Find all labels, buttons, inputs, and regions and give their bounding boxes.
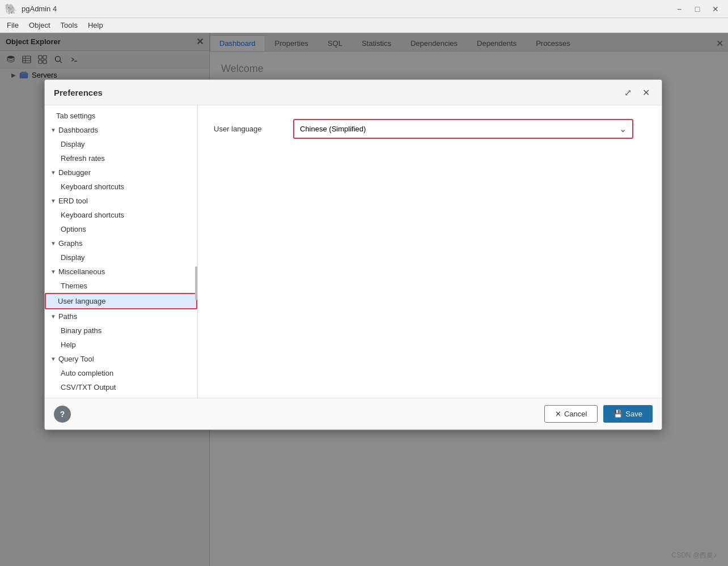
pref-item-options-erd[interactable]: Options <box>45 222 197 236</box>
save-label: Save <box>625 410 642 418</box>
pref-item-user-language[interactable]: User language <box>45 293 197 309</box>
app-icon: 🐘 <box>5 3 17 15</box>
tab-settings-label: Tab settings <box>56 112 95 120</box>
pref-item-display-graphs[interactable]: Display <box>45 250 197 265</box>
help-paths-label: Help <box>61 341 76 349</box>
maximize-button[interactable]: □ <box>689 3 705 15</box>
menu-file[interactable]: File <box>2 20 23 31</box>
save-button[interactable]: 💾 Save <box>603 405 653 423</box>
cancel-label: Cancel <box>564 410 587 418</box>
pref-item-refresh-rates[interactable]: Refresh rates <box>45 151 197 165</box>
dialog-title: Preferences <box>54 88 103 97</box>
binary-paths-label: Binary paths <box>61 326 101 335</box>
menu-bar: File Object Tools Help <box>0 18 728 33</box>
pref-group-debugger[interactable]: ▼ Debugger <box>45 165 197 180</box>
cancel-icon: ✕ <box>555 410 561 418</box>
pref-group-paths[interactable]: ▼ Paths <box>45 309 197 324</box>
user-language-select-wrapper[interactable]: English Chinese (Simplified) French Germ… <box>293 119 633 139</box>
paths-label: Paths <box>58 312 77 321</box>
pref-item-keyboard-erd[interactable]: Keyboard shortcuts <box>45 208 197 222</box>
dashboards-label: Dashboards <box>58 126 98 134</box>
themes-label: Themes <box>61 282 87 290</box>
erd-chevron: ▼ <box>50 198 56 204</box>
dialog-body: Tab settings ▼ Dashboards Display Refres… <box>45 105 662 398</box>
debugger-label: Debugger <box>58 168 91 177</box>
pref-item-help-paths[interactable]: Help <box>45 338 197 352</box>
dialog-footer: ? ✕ Cancel 💾 Save <box>45 398 662 429</box>
title-bar: 🐘 pgAdmin 4 − □ ✕ <box>0 0 728 18</box>
graphs-chevron: ▼ <box>50 240 56 246</box>
scroll-indicator <box>195 266 197 300</box>
minimize-button[interactable]: − <box>671 3 687 15</box>
app-title: pgAdmin 4 <box>22 5 667 13</box>
pref-group-dashboards[interactable]: ▼ Dashboards <box>45 123 197 137</box>
paths-chevron: ▼ <box>50 313 56 320</box>
pref-item-tab-settings[interactable]: Tab settings <box>45 109 197 123</box>
user-language-label: User language <box>58 297 106 305</box>
user-language-field-row: User language English Chinese (Simplifie… <box>214 119 646 139</box>
pref-item-auto-completion[interactable]: Auto completion <box>45 366 197 380</box>
pref-group-miscellaneous[interactable]: ▼ Miscellaneous <box>45 265 197 279</box>
menu-object[interactable]: Object <box>24 20 55 31</box>
query-tool-chevron: ▼ <box>50 356 56 362</box>
preferences-dialog: Preferences ⤢ ✕ Tab settings ▼ Dashboard… <box>44 79 662 430</box>
dashboards-chevron: ▼ <box>50 127 56 133</box>
footer-actions: ✕ Cancel 💾 Save <box>544 405 653 423</box>
display-dash-label: Display <box>61 140 85 148</box>
pref-item-themes[interactable]: Themes <box>45 279 197 293</box>
pref-item-csv-txt[interactable]: CSV/TXT Output <box>45 380 197 394</box>
pref-group-query-tool[interactable]: ▼ Query Tool <box>45 352 197 366</box>
save-icon: 💾 <box>613 410 623 418</box>
keyboard-debug-label: Keyboard shortcuts <box>61 182 124 191</box>
csv-txt-label: CSV/TXT Output <box>61 383 116 391</box>
user-language-select[interactable]: English Chinese (Simplified) French Germ… <box>294 120 613 138</box>
select-arrow-icon: ⌄ <box>613 124 632 134</box>
pref-item-binary-paths[interactable]: Binary paths <box>45 324 197 338</box>
pref-item-keyboard-debug[interactable]: Keyboard shortcuts <box>45 180 197 194</box>
miscellaneous-label: Miscellaneous <box>58 267 105 276</box>
options-erd-label: Options <box>61 225 86 233</box>
pref-group-graphs[interactable]: ▼ Graphs <box>45 236 197 250</box>
pref-sidebar: Tab settings ▼ Dashboards Display Refres… <box>45 105 198 398</box>
dialog-close-btn[interactable]: ✕ <box>639 86 653 99</box>
debugger-chevron: ▼ <box>50 169 56 176</box>
menu-tools[interactable]: Tools <box>56 20 82 31</box>
user-language-field-label: User language <box>214 125 282 133</box>
window-controls: − □ ✕ <box>671 3 723 15</box>
close-button[interactable]: ✕ <box>708 3 723 15</box>
help-button[interactable]: ? <box>54 406 71 423</box>
erd-label: ERD tool <box>58 197 88 205</box>
auto-completion-label: Auto completion <box>61 369 113 377</box>
cancel-button[interactable]: ✕ Cancel <box>544 405 598 423</box>
pref-item-display-dash[interactable]: Display <box>45 137 197 151</box>
keyboard-erd-label: Keyboard shortcuts <box>61 211 124 219</box>
pref-group-erd[interactable]: ▼ ERD tool <box>45 194 197 208</box>
dialog-header: Preferences ⤢ ✕ <box>45 80 662 105</box>
query-tool-label: Query Tool <box>58 355 94 363</box>
misc-chevron: ▼ <box>50 269 56 275</box>
graphs-label: Graphs <box>58 239 83 248</box>
menu-help[interactable]: Help <box>83 20 108 31</box>
pref-content: User language English Chinese (Simplifie… <box>198 105 662 398</box>
display-graphs-label: Display <box>61 253 85 262</box>
dialog-expand-btn[interactable]: ⤢ <box>621 86 634 99</box>
refresh-rates-label: Refresh rates <box>61 154 105 163</box>
dialog-header-controls: ⤢ ✕ <box>621 86 653 99</box>
